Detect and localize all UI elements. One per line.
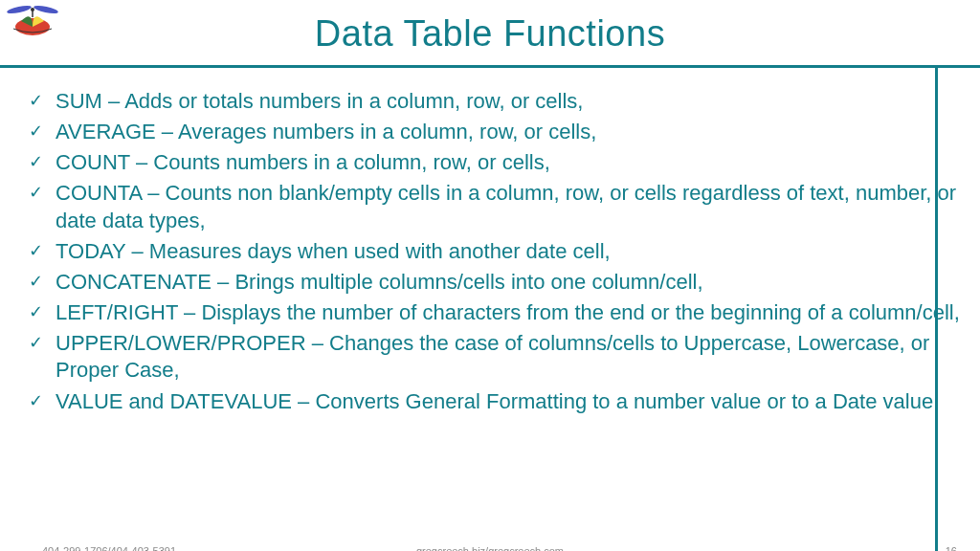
list-item-text: SUM – Adds or totals numbers in a column… <box>56 89 583 113</box>
svg-point-2 <box>7 4 33 14</box>
propeller-cap-icon <box>6 4 59 40</box>
checkmark-icon: ✓ <box>29 90 43 112</box>
list-item: ✓UPPER/LOWER/PROPER – Changes the case o… <box>27 330 961 384</box>
list-item: ✓COUNTA – Counts non blank/empty cells i… <box>27 180 961 233</box>
svg-point-4 <box>31 8 34 11</box>
list-item-text: TODAY – Measures days when used with ano… <box>56 239 611 263</box>
list-item-text: UPPER/LOWER/PROPER – Changes the case of… <box>56 331 929 382</box>
svg-point-3 <box>33 4 59 14</box>
list-item-text: CONCATENATE – Brings multiple columns/ce… <box>56 270 703 294</box>
footer-website: gregcreech.biz/gregcreech.com <box>0 545 980 551</box>
checkmark-icon: ✓ <box>29 182 43 204</box>
checkmark-icon: ✓ <box>29 121 43 143</box>
list-item: ✓VALUE and DATEVALUE – Converts General … <box>27 388 961 415</box>
slide-number: 16 <box>946 545 957 551</box>
checkmark-icon: ✓ <box>29 271 43 293</box>
list-item-text: COUNT – Counts numbers in a column, row,… <box>56 150 550 174</box>
list-item: ✓COUNT – Counts numbers in a column, row… <box>27 149 961 176</box>
checkmark-icon: ✓ <box>29 390 43 412</box>
checkmark-icon: ✓ <box>29 240 43 262</box>
list-item-text: LEFT/RIGHT – Displays the number of char… <box>56 300 960 324</box>
content-area: ✓SUM – Adds or totals numbers in a colum… <box>27 88 961 419</box>
list-item: ✓AVERAGE – Averages numbers in a column,… <box>27 119 961 145</box>
horizontal-divider <box>0 65 980 68</box>
list-item: ✓SUM – Adds or totals numbers in a colum… <box>27 88 961 115</box>
function-list: ✓SUM – Adds or totals numbers in a colum… <box>27 88 961 415</box>
list-item-text: VALUE and DATEVALUE – Converts General F… <box>56 389 933 413</box>
list-item-text: AVERAGE – Averages numbers in a column, … <box>56 120 596 143</box>
list-item: ✓TODAY – Measures days when used with an… <box>27 238 961 265</box>
slide-title: Data Table Functions <box>0 0 980 55</box>
checkmark-icon: ✓ <box>29 301 43 323</box>
list-item: ✓CONCATENATE – Brings multiple columns/c… <box>27 269 961 296</box>
list-item-text: COUNTA – Counts non blank/empty cells in… <box>56 181 956 231</box>
checkmark-icon: ✓ <box>29 151 43 173</box>
checkmark-icon: ✓ <box>29 332 43 354</box>
list-item: ✓LEFT/RIGHT – Displays the number of cha… <box>27 299 961 326</box>
